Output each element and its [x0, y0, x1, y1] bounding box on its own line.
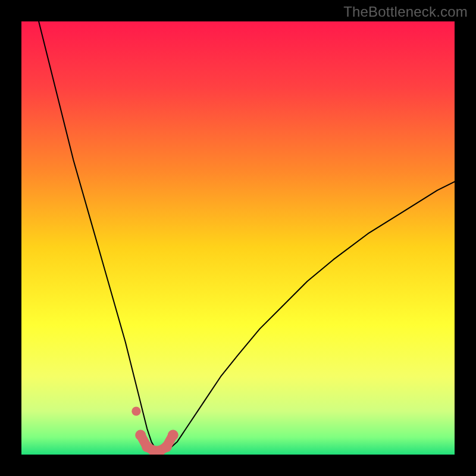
highlight-dot-extra: [131, 407, 140, 416]
watermark-text: TheBottleneck.com: [343, 4, 468, 20]
highlight-dot: [161, 441, 172, 452]
chart-svg: [21, 21, 455, 455]
highlight-dot: [168, 430, 178, 440]
gradient-background: [21, 21, 455, 455]
chart-frame: TheBottleneck.com: [0, 0, 476, 476]
highlight-dot: [135, 430, 146, 440]
plot-area: [21, 21, 455, 455]
